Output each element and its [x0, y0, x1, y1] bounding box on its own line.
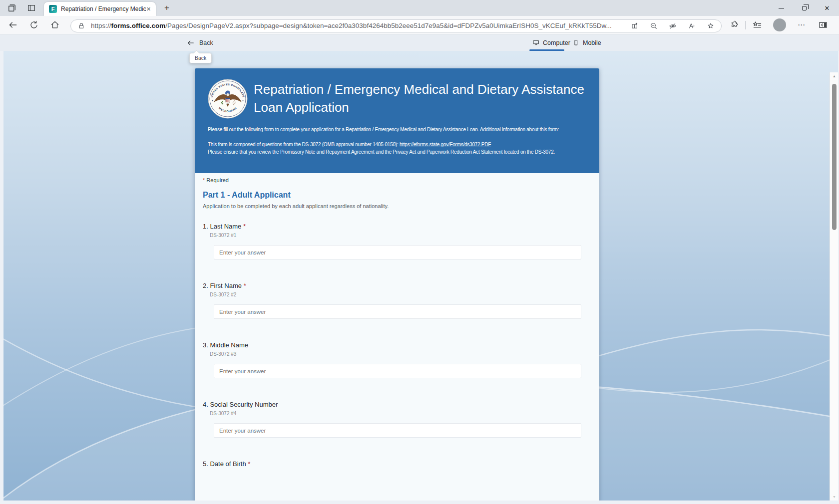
minimize-icon — [779, 8, 784, 8]
form-title: Repatriation / Emergency Medical and Die… — [254, 80, 587, 116]
back-button-label: Back — [199, 39, 213, 46]
url-path: /Pages/DesignPageV2.aspx?subpage=design&… — [165, 22, 611, 29]
forms-designer-bar: Back Computer Mobile — [0, 34, 839, 51]
required-note: * Required — [203, 177, 599, 183]
tab-close-icon[interactable]: ✕ — [144, 5, 153, 13]
device-tab-mobile[interactable]: Mobile — [572, 34, 601, 51]
designer-back-button[interactable]: Back — [187, 34, 213, 51]
back-tooltip: Back — [189, 53, 212, 63]
question-sublabel: DS-3072 #3 — [210, 351, 599, 357]
form-composed-line: This form is composed of questions from … — [208, 142, 595, 147]
answer-input[interactable] — [214, 423, 581, 438]
question-label-text: 5. Date of Birth — [203, 460, 246, 468]
question-label-text: 2. First Name — [203, 282, 242, 289]
ds3072-pdf-link[interactable]: https://eforms.state.gov/Forms/ds3072.PD… — [400, 142, 491, 147]
tab-title: Repatriation / Emergency Medica — [61, 2, 146, 16]
question-block: 4. Social Security NumberDS-3072 #4 — [203, 401, 599, 438]
section-subtitle: Application to be completed by each adul… — [203, 203, 599, 210]
required-note-label: Required — [206, 177, 229, 183]
forms-favicon-icon: F — [49, 5, 57, 13]
tab-layout-icon[interactable] — [26, 3, 36, 13]
form-intro-text: Please fill out the following form to co… — [208, 127, 595, 132]
back-nav-icon[interactable] — [8, 20, 18, 30]
form-preview-page: UNITED STATES CONSULATE MELBOURNE Repatr… — [3, 51, 838, 501]
required-asterisk: * — [246, 460, 251, 468]
window-minimize-button[interactable] — [770, 0, 793, 16]
back-arrow-icon — [187, 39, 195, 47]
composed-text: This form is composed of questions from … — [208, 142, 400, 147]
close-icon: ✕ — [825, 4, 830, 12]
question-block: 3. Middle NameDS-3072 #3 — [203, 341, 599, 378]
monitor-icon — [532, 39, 540, 46]
scroll-up-icon[interactable]: ▲ — [830, 74, 838, 78]
question-sublabel: DS-3072 #4 — [210, 411, 599, 417]
question-block: 5. Date of Birth * — [203, 460, 599, 468]
zoom-out-icon[interactable] — [650, 22, 658, 30]
favorite-star-icon[interactable] — [707, 22, 715, 30]
question-label: 3. Middle Name — [203, 341, 599, 349]
window-restore-button[interactable] — [793, 0, 816, 16]
extensions-icon[interactable] — [729, 20, 739, 30]
read-aloud-icon[interactable] — [688, 22, 696, 30]
question-block: 1. Last Name *DS-3072 #1 — [203, 223, 599, 259]
browser-tab[interactable]: F Repatriation / Emergency Medica ✕ — [44, 2, 156, 16]
question-label: 4. Social Security Number — [203, 401, 599, 409]
question-label: 5. Date of Birth * — [203, 460, 599, 468]
refresh-icon[interactable] — [29, 20, 39, 30]
form-header: UNITED STATES CONSULATE MELBOURNE Repatr… — [195, 68, 599, 173]
page-scrollbar[interactable]: ▲ ▼ — [830, 72, 838, 501]
scrollbar-thumb[interactable] — [832, 84, 837, 230]
section-title: Part 1 - Adult Applicant — [203, 190, 599, 200]
question-sublabel: DS-3072 #1 — [210, 233, 599, 239]
password-eye-slash-icon[interactable] — [669, 22, 677, 30]
answer-input[interactable] — [214, 245, 581, 259]
consulate-seal-logo: UNITED STATES CONSULATE MELBOURNE — [208, 79, 248, 119]
form-card: UNITED STATES CONSULATE MELBOURNE Repatr… — [195, 68, 599, 501]
home-icon[interactable] — [50, 20, 60, 30]
device-mobile-label: Mobile — [583, 39, 601, 46]
url-host: forms.office.com — [111, 22, 166, 29]
question-list: 1. Last Name *DS-3072 #12. First Name *D… — [203, 223, 599, 468]
browser-window: F Repatriation / Emergency Medica ✕ + ✕ … — [0, 0, 839, 504]
question-label-text: 1. Last Name — [203, 223, 241, 230]
new-tab-button[interactable]: + — [162, 3, 171, 12]
question-label: 2. First Name * — [203, 282, 599, 290]
address-bar[interactable]: https://forms.office.com/Pages/DesignPag… — [70, 19, 722, 32]
sidebar-toggle-icon[interactable] — [818, 20, 828, 30]
required-note-asterisk: * — [203, 177, 205, 183]
answer-input[interactable] — [214, 364, 581, 378]
url-text[interactable]: https://forms.office.com/Pages/DesignPag… — [91, 20, 625, 32]
question-label: 1. Last Name * — [203, 223, 599, 231]
split-screen-icon[interactable] — [631, 22, 639, 30]
question-sublabel: DS-3072 #2 — [210, 292, 599, 298]
scroll-down-icon[interactable]: ▼ — [830, 495, 838, 499]
favorites-list-icon[interactable] — [752, 20, 762, 30]
answer-input[interactable] — [214, 304, 581, 319]
phone-icon — [572, 39, 580, 46]
toolbar-divider — [745, 21, 746, 29]
device-computer-label: Computer — [543, 39, 570, 46]
question-label-text: 3. Middle Name — [203, 341, 248, 349]
window-close-button[interactable]: ✕ — [816, 0, 839, 16]
question-block: 2. First Name *DS-3072 #2 — [203, 282, 599, 319]
url-scheme: https:// — [91, 22, 111, 29]
question-label-text: 4. Social Security Number — [203, 401, 278, 408]
browser-titlebar: F Repatriation / Emergency Medica ✕ + ✕ — [0, 0, 839, 16]
more-menu-icon[interactable]: ⋯ — [796, 20, 807, 30]
restore-icon — [802, 6, 807, 10]
browser-toolbar: https://forms.office.com/Pages/DesignPag… — [0, 16, 839, 34]
device-tab-computer[interactable]: Computer — [532, 34, 570, 51]
site-security-lock-icon[interactable] — [77, 22, 85, 30]
profile-avatar[interactable] — [773, 18, 786, 31]
required-asterisk: * — [241, 223, 246, 230]
form-body: * Required Part 1 - Adult Applicant Appl… — [195, 173, 599, 501]
form-review-text: Please ensure that you review the Promis… — [208, 149, 595, 155]
required-asterisk: * — [242, 282, 246, 289]
workspaces-icon[interactable] — [7, 3, 17, 13]
